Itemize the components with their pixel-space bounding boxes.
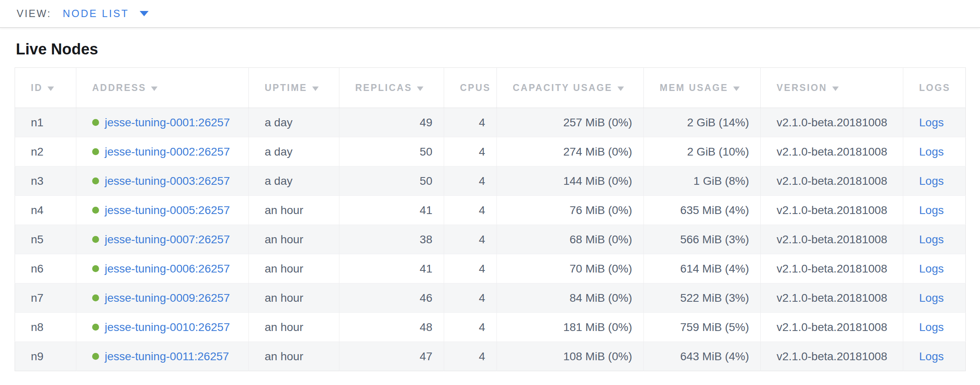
- node-address-link[interactable]: jesse-tuning-0003:26257: [105, 175, 230, 187]
- node-logs-link[interactable]: Logs: [919, 321, 944, 333]
- cell-logs: Logs: [903, 342, 966, 371]
- column-label: ADDRESS: [92, 82, 146, 93]
- cell-mem_usage: 522 MiB (3%): [644, 283, 761, 313]
- node-healthy-status-icon: [92, 119, 99, 126]
- column-header-version[interactable]: VERSION: [761, 68, 903, 108]
- node-address-link[interactable]: jesse-tuning-0011:26257: [105, 350, 229, 363]
- table-body: n1jesse-tuning-0001:26257a day494257 MiB…: [15, 108, 966, 371]
- table-row: n8jesse-tuning-0010:26257an hour484181 M…: [15, 313, 966, 342]
- cell-capacity_usage: 84 MiB (0%): [497, 283, 644, 313]
- node-logs-link[interactable]: Logs: [919, 292, 944, 304]
- node-logs-link[interactable]: Logs: [919, 350, 944, 363]
- cell-version: v2.1.0-beta.20181008: [761, 313, 903, 342]
- cell-capacity_usage: 274 MiB (0%): [497, 137, 644, 167]
- node-healthy-status-icon: [92, 236, 99, 243]
- cell-capacity_usage: 108 MiB (0%): [497, 342, 644, 371]
- column-header-address[interactable]: ADDRESS: [76, 68, 249, 108]
- cell-address: jesse-tuning-0009:26257: [76, 283, 249, 313]
- cell-capacity_usage: 76 MiB (0%): [497, 196, 644, 225]
- cell-id: n9: [15, 342, 76, 371]
- cell-address: jesse-tuning-0001:26257: [76, 108, 249, 137]
- node-address-link[interactable]: jesse-tuning-0007:26257: [105, 233, 230, 246]
- sort-descending-icon: [47, 87, 54, 91]
- cell-version: v2.1.0-beta.20181008: [761, 196, 903, 225]
- cell-version: v2.1.0-beta.20181008: [761, 137, 903, 167]
- cell-address: jesse-tuning-0005:26257: [76, 196, 249, 225]
- cell-cpus: 4: [444, 254, 497, 283]
- node-logs-link[interactable]: Logs: [919, 116, 944, 129]
- column-header-uptime[interactable]: UPTIME: [249, 68, 339, 108]
- cell-cpus: 4: [444, 196, 497, 225]
- cell-id: n1: [15, 108, 76, 137]
- node-healthy-status-icon: [92, 148, 99, 155]
- cell-cpus: 4: [444, 342, 497, 371]
- column-label: CAPACITY USAGE: [513, 82, 613, 93]
- node-logs-link[interactable]: Logs: [919, 262, 944, 275]
- node-healthy-status-icon: [92, 207, 99, 214]
- cell-address: jesse-tuning-0003:26257: [76, 167, 249, 196]
- cell-capacity_usage: 144 MiB (0%): [497, 167, 644, 196]
- column-header-id[interactable]: ID: [15, 68, 76, 108]
- cell-capacity_usage: 257 MiB (0%): [497, 108, 644, 137]
- cell-cpus: 4: [444, 137, 497, 167]
- cell-mem_usage: 2 GiB (10%): [644, 137, 761, 167]
- cell-replicas: 47: [339, 342, 444, 371]
- cell-uptime: a day: [249, 108, 339, 137]
- table-row: n5jesse-tuning-0007:26257an hour38468 Mi…: [15, 225, 966, 254]
- column-label: CPUS: [460, 82, 491, 93]
- page-title: Live Nodes: [16, 40, 980, 58]
- node-address-link[interactable]: jesse-tuning-0002:26257: [105, 145, 230, 158]
- column-header-replicas[interactable]: REPLICAS: [339, 68, 444, 108]
- cell-version: v2.1.0-beta.20181008: [761, 254, 903, 283]
- cell-id: n5: [15, 225, 76, 254]
- node-address-link[interactable]: jesse-tuning-0001:26257: [105, 116, 230, 129]
- cell-uptime: an hour: [249, 254, 339, 283]
- node-healthy-status-icon: [92, 353, 99, 360]
- node-address-link[interactable]: jesse-tuning-0009:26257: [105, 292, 230, 304]
- cell-mem_usage: 566 MiB (3%): [644, 225, 761, 254]
- node-healthy-status-icon: [92, 265, 99, 272]
- cell-mem_usage: 759 MiB (5%): [644, 313, 761, 342]
- node-address-link[interactable]: jesse-tuning-0010:26257: [105, 321, 230, 333]
- cell-uptime: an hour: [249, 196, 339, 225]
- cell-version: v2.1.0-beta.20181008: [761, 108, 903, 137]
- node-address-link[interactable]: jesse-tuning-0006:26257: [105, 262, 230, 275]
- node-healthy-status-icon: [92, 294, 99, 301]
- sort-descending-icon: [417, 87, 423, 91]
- cell-mem_usage: 643 MiB (4%): [644, 342, 761, 371]
- cell-address: jesse-tuning-0006:26257: [76, 254, 249, 283]
- node-address-link[interactable]: jesse-tuning-0005:26257: [105, 204, 230, 216]
- node-healthy-status-icon: [92, 177, 99, 184]
- cell-id: n4: [15, 196, 76, 225]
- column-header-cpus: CPUS: [444, 68, 497, 108]
- node-logs-link[interactable]: Logs: [919, 145, 944, 158]
- cell-uptime: an hour: [249, 225, 339, 254]
- cell-logs: Logs: [903, 313, 966, 342]
- column-header-capacity_usage[interactable]: CAPACITY USAGE: [497, 68, 644, 108]
- cell-id: n3: [15, 167, 76, 196]
- cell-capacity_usage: 70 MiB (0%): [497, 254, 644, 283]
- cell-logs: Logs: [903, 108, 966, 137]
- cell-logs: Logs: [903, 196, 966, 225]
- cell-logs: Logs: [903, 167, 966, 196]
- cell-capacity_usage: 68 MiB (0%): [497, 225, 644, 254]
- node-logs-link[interactable]: Logs: [919, 233, 944, 246]
- cell-uptime: an hour: [249, 342, 339, 371]
- cell-logs: Logs: [903, 137, 966, 167]
- cell-replicas: 41: [339, 254, 444, 283]
- cell-mem_usage: 1 GiB (8%): [644, 167, 761, 196]
- column-label: ID: [31, 82, 43, 93]
- cell-id: n2: [15, 137, 76, 167]
- cell-mem_usage: 2 GiB (14%): [644, 108, 761, 137]
- cell-replicas: 38: [339, 225, 444, 254]
- node-logs-link[interactable]: Logs: [919, 175, 944, 187]
- table-row: n9jesse-tuning-0011:26257an hour474108 M…: [15, 342, 966, 371]
- node-logs-link[interactable]: Logs: [919, 204, 944, 216]
- view-selector-dropdown[interactable]: NODE LIST: [63, 8, 148, 19]
- cell-address: jesse-tuning-0007:26257: [76, 225, 249, 254]
- table-row: n2jesse-tuning-0002:26257a day504274 MiB…: [15, 137, 966, 167]
- cell-version: v2.1.0-beta.20181008: [761, 283, 903, 313]
- cell-mem_usage: 635 MiB (4%): [644, 196, 761, 225]
- column-header-mem_usage[interactable]: MEM USAGE: [644, 68, 761, 108]
- sort-descending-icon: [832, 87, 839, 91]
